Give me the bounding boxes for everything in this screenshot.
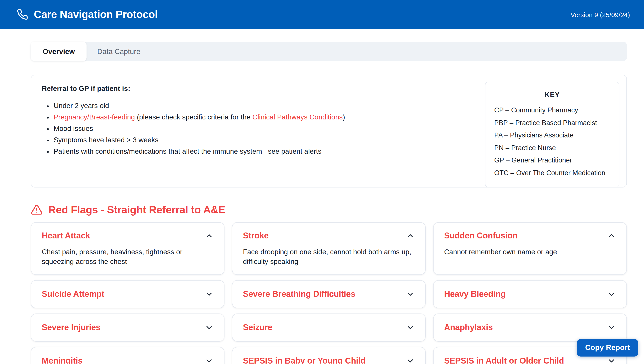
chevron-down-icon[interactable] [607,323,616,332]
content-container: Overview Data Capture Referral to GP if … [31,42,627,364]
card-title: Severe Injuries [42,323,100,332]
referral-item-under-2: Under 2 years old [54,100,471,112]
chevron-up-icon[interactable] [205,232,214,240]
chevron-down-icon[interactable] [406,290,415,298]
card-sepsis-baby-young-child[interactable]: SEPSIS in Baby or Young Child [232,347,426,364]
tab-data-capture[interactable]: Data Capture [87,42,152,61]
referral-item-pregnancy: Pregnancy/Breast-feeding (please check s… [54,112,471,123]
key-entry-pn: PN – Practice Nurse [494,142,610,154]
card-sudden-confusion-header[interactable]: Sudden Confusion [444,231,616,240]
page-title: Care Navigation Protocol [34,8,158,21]
key-entry-gp: GP – General Practitioner [494,154,610,167]
card-body: Chest pain, pressure, heaviness, tightne… [42,247,214,266]
key-entry-pa: PA – Physicians Associate [494,129,610,142]
key-list: CP – Community Pharmacy PBP – Practice B… [494,104,610,179]
card-title: Heart Attack [42,231,90,240]
chevron-down-icon[interactable] [607,356,616,364]
key-title: KEY [494,91,610,99]
key-box: KEY CP – Community Pharmacy PBP – Practi… [485,82,619,188]
card-stroke: Stroke Face drooping on one side, cannot… [232,222,426,275]
referral-item-symptoms: Symptoms have lasted > 3 weeks [54,134,471,146]
card-title: Sudden Confusion [444,231,518,240]
card-title: SEPSIS in Adult or Older Child [444,356,564,364]
card-title: Suicide Attempt [42,289,104,299]
card-anaphylaxis[interactable]: Anaphylaxis [433,314,627,342]
card-heart-attack-header[interactable]: Heart Attack [42,231,214,240]
chevron-up-icon[interactable] [607,232,616,240]
chevron-down-icon[interactable] [607,290,616,298]
tab-overview[interactable]: Overview [31,42,87,61]
chevron-down-icon[interactable] [205,356,214,364]
referral-item-mood: Mood issues [54,123,471,134]
warning-triangle-icon [31,204,43,216]
card-severe-breathing-difficulties[interactable]: Severe Breathing Difficulties [232,280,426,308]
red-flags-grid: Heart Attack Chest pain, pressure, heavi… [31,222,627,364]
pregnancy-note-text: (please check specific criteria for the [135,113,252,121]
copy-report-button[interactable]: Copy Report [577,339,638,356]
red-flags-heading-label: Red Flags - Straight Referral to A&E [48,202,225,217]
card-title: Heavy Bleeding [444,289,506,299]
card-heart-attack: Heart Attack Chest pain, pressure, heavi… [31,222,225,275]
card-seizure[interactable]: Seizure [232,314,426,342]
chevron-down-icon[interactable] [205,290,214,298]
phone-icon [17,9,28,20]
referral-item-immune: Patients with conditions/medications tha… [54,146,471,157]
card-suicide-attempt[interactable]: Suicide Attempt [31,280,225,308]
key-entry-pbp: PBP – Practice Based Pharmacist [494,116,610,129]
top-bar: Care Navigation Protocol Version 9 (25/0… [0,0,644,29]
page: Care Navigation Protocol Version 9 (25/0… [0,0,644,364]
card-title: Meningitis [42,356,83,364]
chevron-down-icon[interactable] [406,356,415,364]
tab-data-capture-label: Data Capture [97,47,140,56]
card-title: SEPSIS in Baby or Young Child [243,356,366,364]
brand: Care Navigation Protocol [17,8,158,21]
card-sudden-confusion: Sudden Confusion Cannot remember own nam… [433,222,627,275]
key-entry-cp: CP – Community Pharmacy [494,104,610,116]
card-body: Cannot remember own name or age [444,247,616,257]
tab-overview-label: Overview [43,47,75,56]
pregnancy-emphasis: Pregnancy/Breast-feeding [54,113,135,121]
card-title: Severe Breathing Difficulties [243,289,355,299]
chevron-down-icon[interactable] [205,323,214,332]
card-severe-injuries[interactable]: Severe Injuries [31,314,225,342]
card-title: Seizure [243,323,272,332]
red-flags-heading: Red Flags - Straight Referral to A&E [31,202,627,217]
pregnancy-note-close: ) [343,113,345,121]
card-meningitis[interactable]: Meningitis [31,347,225,364]
card-heavy-bleeding[interactable]: Heavy Bleeding [433,280,627,308]
referral-list: Under 2 years old Pregnancy/Breast-feedi… [42,100,471,157]
chevron-up-icon[interactable] [406,232,415,240]
card-stroke-header[interactable]: Stroke [243,231,415,240]
referral-panel: Referral to GP if patient is: Under 2 ye… [31,75,627,188]
card-title: Anaphylaxis [444,323,493,332]
chevron-down-icon[interactable] [406,323,415,332]
tab-bar: Overview Data Capture [31,42,627,61]
card-body: Face drooping on one side, cannot hold b… [243,247,415,266]
clinical-pathways-emphasis: Clinical Pathways Conditions [252,113,343,121]
key-entry-otc: OTC – Over The Counter Medication [494,167,610,179]
version-label: Version 9 (25/09/24) [571,11,630,18]
card-title: Stroke [243,231,269,240]
